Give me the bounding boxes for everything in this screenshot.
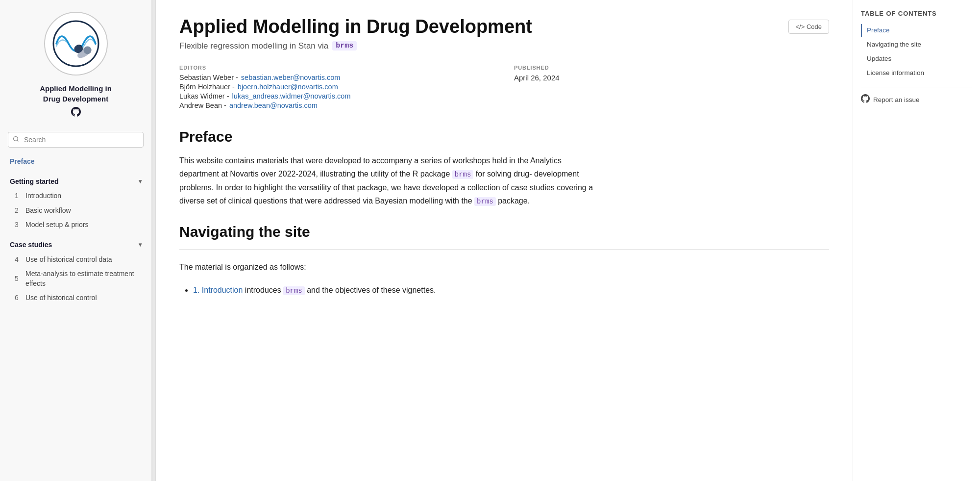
sidebar-item-preface[interactable]: Preface <box>0 154 151 169</box>
sidebar-item-meta-label: Meta-analysis to estimate treatment effe… <box>25 269 142 288</box>
toc-item-navigating[interactable]: Navigating the site <box>861 38 972 51</box>
toc-item-preface[interactable]: Preface <box>861 24 972 37</box>
brms-inline-1: brms <box>452 170 474 179</box>
metadata-grid: EDITORS Sebastian Weber - sebastian.webe… <box>179 65 829 111</box>
sidebar-nav: Preface Getting started ▾ 1 Introduction… <box>0 154 151 310</box>
toc-item-updates[interactable]: Updates <box>861 52 972 66</box>
sidebar-section-getting-started-label: Getting started <box>10 177 59 187</box>
sidebar-github-icon[interactable] <box>71 107 81 119</box>
sidebar-item-workflow-label: Basic workflow <box>25 206 71 216</box>
toc-heading: Table of contents <box>861 10 972 17</box>
sidebar: Applied Modelling inDrug Development Pre… <box>0 0 152 481</box>
editors-label: EDITORS <box>179 65 494 71</box>
report-issue-link[interactable]: Report an issue <box>861 94 972 105</box>
main-content: Applied Modelling in Drug Development </… <box>156 0 853 481</box>
sidebar-logo-area: Applied Modelling inDrug Development <box>0 0 151 127</box>
chevron-down-icon: ▾ <box>139 177 142 186</box>
sidebar-section-case-studies-label: Case studies <box>10 240 52 250</box>
section-divider <box>179 249 829 250</box>
editor-1-email[interactable]: sebastian.weber@novartis.com <box>241 74 341 81</box>
preface-text-3: package. <box>498 197 530 205</box>
sidebar-item-meta-num: 5 <box>15 274 23 284</box>
code-button[interactable]: </> Code <box>788 20 830 34</box>
svg-point-5 <box>14 137 18 141</box>
editor-3: Lukas Widmer - lukas_andreas.widmer@nova… <box>179 92 494 100</box>
sidebar-search-container <box>8 132 144 148</box>
published-column: PUBLISHED April 26, 2024 <box>514 65 829 111</box>
svg-line-6 <box>17 140 18 141</box>
preface-title: Preface <box>179 128 829 145</box>
toc-panel: Table of contents Preface Navigating the… <box>853 0 980 481</box>
editors-column: EDITORS Sebastian Weber - sebastian.webe… <box>179 65 494 111</box>
sidebar-item-hist-num: 4 <box>15 255 23 265</box>
brms-inline-bullet: brms <box>283 286 305 295</box>
page-header: Applied Modelling in Drug Development </… <box>179 16 829 38</box>
sidebar-item-model-num: 3 <box>15 220 23 230</box>
report-issue-label: Report an issue <box>873 96 920 103</box>
sidebar-section-case-studies[interactable]: Case studies ▾ <box>0 236 151 253</box>
intro-link[interactable]: 1. Introduction <box>193 286 243 294</box>
sidebar-book-title: Applied Modelling inDrug Development <box>40 83 112 104</box>
editor-2-email[interactable]: bjoern.holzhauer@novartis.com <box>238 83 338 91</box>
sidebar-item-basic-workflow[interactable]: 2 Basic workflow <box>0 203 151 218</box>
editor-3-name: Lukas Widmer - <box>179 92 229 100</box>
search-input[interactable] <box>8 132 144 148</box>
bullet-intro-rest: and the objectives of these vignettes. <box>307 286 436 294</box>
editor-3-email[interactable]: lukas_andreas.widmer@novartis.com <box>232 92 351 100</box>
sidebar-item-hist2-label: Use of historical control <box>25 293 97 303</box>
sidebar-item-meta-analysis[interactable]: 5 Meta-analysis to estimate treatment ef… <box>0 267 151 291</box>
preface-paragraph: This website contains materials that wer… <box>179 154 601 208</box>
sidebar-item-workflow-num: 2 <box>15 206 23 216</box>
sidebar-item-historical-control-2[interactable]: 6 Use of historical control <box>0 291 151 305</box>
sidebar-resize-handle[interactable] <box>152 0 156 481</box>
toc-divider <box>861 87 972 87</box>
subtitle-line: Flexible regression modelling in Stan vi… <box>179 41 829 51</box>
github-icon-toc <box>861 94 870 105</box>
search-icon <box>13 136 19 144</box>
subtitle-text: Flexible regression modelling in Stan vi… <box>179 41 328 51</box>
chevron-down-icon-2: ▾ <box>139 241 142 249</box>
bullet-intro-text: introduces <box>245 286 283 294</box>
sidebar-logo <box>44 12 108 76</box>
sidebar-item-historical-control[interactable]: 4 Use of historical control data <box>0 253 151 267</box>
sidebar-section-getting-started[interactable]: Getting started ▾ <box>0 173 151 189</box>
nav-bullet-list: 1. Introduction introduces brms and the … <box>193 283 829 297</box>
editor-4: Andrew Bean - andrew.bean@novartis.com <box>179 101 494 109</box>
sidebar-item-hist2-num: 6 <box>15 293 23 303</box>
published-label: PUBLISHED <box>514 65 829 71</box>
nav-bullet-1: 1. Introduction introduces brms and the … <box>193 283 829 297</box>
editor-4-name: Andrew Bean - <box>179 101 226 109</box>
editor-1-name: Sebastian Weber - <box>179 74 238 81</box>
toc-item-license[interactable]: License information <box>861 67 972 80</box>
sidebar-item-intro-label: Introduction <box>25 191 61 201</box>
editor-2-name: Björn Holzhauer - <box>179 83 235 91</box>
sidebar-item-hist-label: Use of historical control data <box>25 255 112 265</box>
navigating-title: Navigating the site <box>179 224 829 240</box>
brms-badge: brms <box>332 41 357 51</box>
sidebar-item-model-setup[interactable]: 3 Model setup & priors <box>0 218 151 232</box>
editor-2: Björn Holzhauer - bjoern.holzhauer@novar… <box>179 83 494 91</box>
navigating-intro: The material is organized as follows: <box>179 260 601 274</box>
sidebar-item-introduction[interactable]: 1 Introduction <box>0 189 151 203</box>
svg-point-0 <box>53 21 98 66</box>
editor-4-email[interactable]: andrew.bean@novartis.com <box>229 101 318 109</box>
book-title-main: Applied Modelling in Drug Development <box>179 16 779 38</box>
brms-inline-2: brms <box>474 197 496 206</box>
editor-1: Sebastian Weber - sebastian.weber@novart… <box>179 74 494 81</box>
sidebar-item-intro-num: 1 <box>15 191 23 201</box>
sidebar-item-model-label: Model setup & priors <box>25 220 88 230</box>
published-date: April 26, 2024 <box>514 74 829 82</box>
